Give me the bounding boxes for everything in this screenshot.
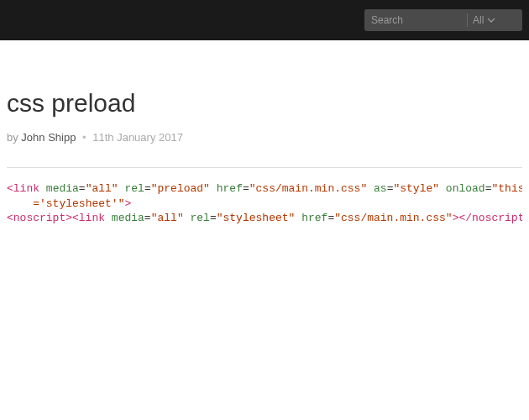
search-divider [467, 13, 468, 27]
code-token: </noscript> [458, 212, 522, 224]
code-token: > [124, 197, 131, 210]
code-block: <link media="all" rel="preload" href="cs… [7, 181, 522, 226]
code-token: "preload" [151, 182, 210, 195]
author-link[interactable]: John Shipp [21, 131, 76, 144]
search-filter-dropdown[interactable]: All [473, 14, 502, 26]
code-token: = [79, 182, 86, 195]
byline: by John Shipp • 11th January 2017 [7, 131, 522, 144]
code-token: media [46, 182, 79, 195]
chevron-down-icon [487, 16, 495, 24]
code-token: media [112, 212, 144, 224]
code-token: as [374, 182, 387, 195]
code-token: "all" [151, 212, 184, 224]
code-token: "stylesheet" [217, 212, 296, 224]
code-token: "all" [86, 182, 118, 195]
code-token: = [144, 212, 151, 224]
code-token: "this. [491, 182, 522, 195]
divider [7, 167, 522, 168]
code-token: "css/main.min.css" [249, 182, 367, 195]
code-token: ='stylesheet'" [33, 197, 124, 210]
code-token: href [217, 182, 243, 195]
code-token: <link [7, 182, 39, 195]
code-token: = [144, 182, 151, 195]
code-token: <link [72, 212, 105, 224]
page-title: css preload [7, 89, 522, 118]
code-token: "css/main.min.css" [334, 212, 452, 224]
topbar: All [0, 0, 529, 40]
byline-separator: • [82, 131, 86, 144]
content-area: css preload by John Shipp • 11th January… [0, 40, 529, 226]
search-input[interactable] [364, 14, 465, 26]
code-token: = [210, 212, 217, 224]
code-token: href [301, 212, 327, 224]
code-token: = [243, 182, 249, 195]
search-container: All [364, 9, 522, 31]
code-token: rel [191, 212, 210, 224]
code-token: <noscript> [7, 212, 72, 224]
code-token: rel [124, 182, 144, 195]
code-token: "style" [393, 182, 439, 195]
code-token: onload [446, 182, 485, 195]
post-date: 11th January 2017 [92, 131, 183, 144]
search-filter-label: All [473, 14, 484, 26]
by-label: by [7, 131, 18, 144]
